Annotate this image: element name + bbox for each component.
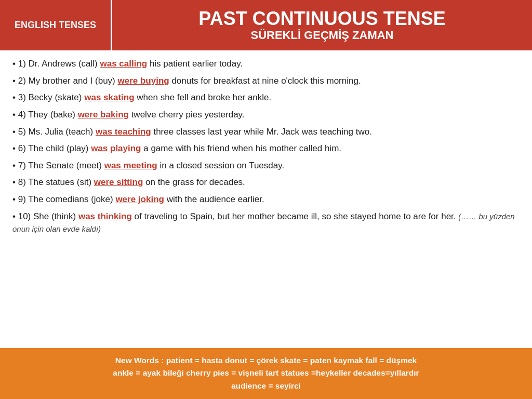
answer-2: were buying — [117, 76, 169, 86]
answer-3: was skating — [84, 92, 134, 102]
answer-6: was playing — [91, 143, 141, 153]
main-content: • 1) Dr. Andrews (call) was calling his … — [0, 50, 532, 245]
answer-7: was meeting — [104, 161, 157, 170]
sentence-6: • 6) The child (play) was playing a game… — [12, 142, 520, 155]
answer-10: was thinking — [78, 211, 132, 221]
answer-9: were joking — [115, 194, 164, 204]
vocab-line3: audience = seyirci — [9, 380, 523, 393]
sentence-8: • 8) The statues (sit) were sitting on t… — [12, 176, 520, 189]
vocabulary-box: New Words : patient = hasta donut = çöre… — [0, 348, 532, 399]
sentence-5: • 5) Ms. Julia (teach) was teaching thre… — [12, 126, 520, 139]
vocab-line1: New Words : patient = hasta donut = çöre… — [9, 354, 523, 367]
english-tenses-label: ENGLISH TENSES — [15, 19, 96, 31]
answer-5: was teaching — [96, 127, 151, 137]
page-title: PAST CONTINUOUS TENSE — [198, 8, 445, 29]
sentence-1: • 1) Dr. Andrews (call) was calling his … — [12, 58, 520, 71]
answer-1: was calling — [100, 59, 147, 69]
header: ENGLISH TENSES PAST CONTINUOUS TENSE SÜR… — [0, 0, 532, 50]
sentence-2: • 2) My brother and I (buy) were buying … — [12, 75, 520, 88]
answer-4: were baking — [78, 110, 129, 119]
sentence-4: • 4) They (bake) were baking twelve cher… — [12, 109, 520, 122]
sentence-10: • 10) She (think) was thinking of travel… — [12, 210, 520, 236]
vocab-line2: ankle = ayak bileği cherry pies = vişnel… — [9, 367, 523, 380]
header-right: PAST CONTINUOUS TENSE SÜREKLİ GEÇMİŞ ZAM… — [112, 0, 532, 50]
sentence-3: • 3) Becky (skate) was skating when she … — [12, 91, 520, 104]
sentence-7: • 7) The Senate (meet) was meeting in a … — [12, 159, 520, 172]
page-subtitle: SÜREKLİ GEÇMİŞ ZAMAN — [251, 29, 394, 42]
answer-8: were sitting — [94, 177, 143, 187]
sentence-9: • 9) The comedians (joke) were joking wi… — [12, 193, 520, 206]
header-left: ENGLISH TENSES — [0, 0, 112, 50]
